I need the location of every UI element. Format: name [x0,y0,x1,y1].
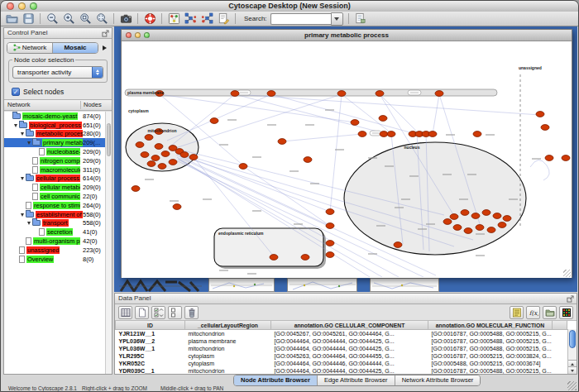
unselect-attributes-button[interactable] [168,306,182,319]
table-cell[interactable]: [GO:0016787, GO:0005488, GO:0005215, G..… [428,367,553,374]
select-nodes-checkbox[interactable]: ✓ [12,88,20,96]
background-window-fragment[interactable] [208,278,275,292]
graph-node[interactable] [503,216,511,222]
expander-icon[interactable] [19,174,26,182]
graph-node[interactable] [132,186,140,192]
tree-item-primary-metabo[interactable]: primary metabo209(... [4,138,112,147]
tree-scrollbar-thumb[interactable] [107,123,111,156]
graph-node[interactable] [562,155,570,161]
graph-node[interactable] [394,242,402,248]
tree-item-transport[interactable]: transport558(0) [4,219,112,228]
graph-node[interactable] [231,91,239,97]
graph-node[interactable] [351,120,359,126]
window-resize-grip[interactable] [563,270,571,277]
zoom-window-button[interactable] [144,32,150,38]
graph-node[interactable] [304,157,312,163]
help-button[interactable] [143,12,156,26]
table-cell[interactable]: YJR121W__1 [116,330,185,338]
graph-node[interactable] [151,155,160,161]
tree-item-response-to-stimul[interactable]: response to stimul264(0) [4,201,112,210]
graph-node[interactable] [443,219,452,225]
table-cell[interactable]: cytoplasm [185,352,271,360]
table-cell[interactable]: [GO:0045263, GO:0044464, GO:0044455, G..… [271,352,428,360]
snapshot-button[interactable] [119,12,132,26]
table-row[interactable]: YPL036W__1mitochondrion[GO:0044464, GO:0… [116,345,567,352]
tree-item-cellular-process[interactable]: cellular process614(0) [4,174,112,184]
graph-node[interactable] [337,91,346,97]
tree-item-unassigned[interactable]: unassigned223(0) [4,246,112,255]
table-cell[interactable]: [GO:0044464, GO:0044444, GO:0044425, G..… [271,337,428,345]
zoom-fit-button[interactable] [95,12,108,26]
table-cell[interactable]: mitochondrion [185,345,271,352]
expander-icon[interactable] [12,122,19,129]
scroll-down-button[interactable] [568,366,577,374]
tree-item-overview[interactable]: Overview8(0) [4,255,112,264]
save-session-button[interactable] [22,12,35,26]
table-row[interactable]: YLR295Ccytoplasm[GO:0045263, GO:0044464,… [116,352,567,360]
network-overlay-button[interactable] [200,12,213,26]
close-button[interactable] [7,2,14,10]
graph-node[interactable] [541,125,549,131]
graph-node[interactable] [158,164,166,170]
table-cell[interactable]: [GO:0016787, GO:0005488, GO:0005215, G..… [428,337,553,345]
tree-item-cellular-metabo[interactable]: cellular metabo209(0) [4,183,112,192]
column-header-annotation-go-cellular-component[interactable]: annotation.GO CELLULAR_COMPONENT [271,321,428,330]
graph-node[interactable] [461,210,469,216]
graph-node[interactable] [476,225,484,231]
table-scrollbar-thumb[interactable] [569,330,576,348]
open-session-button[interactable] [5,12,18,26]
zoom-in-button[interactable] [62,12,75,26]
graph-node[interactable] [239,164,247,170]
tree-item-metabolic-process[interactable]: metabolic process280(0) [4,130,112,139]
tree-item-multi-organism-pro[interactable]: multi-organism pro42(0) [4,237,112,246]
attribute-list-button[interactable] [510,306,524,319]
float-panel-button[interactable] [102,30,109,37]
graph-node[interactable] [155,144,163,150]
column-header-id[interactable]: ID [116,321,185,330]
table-cell[interactable]: mitochondrion [185,330,271,338]
graph-node[interactable] [169,160,177,165]
minimize-button[interactable] [18,2,26,10]
table-cell[interactable]: YDR039C__1 [116,367,185,374]
graph-node[interactable] [376,91,384,97]
graph-node[interactable] [358,131,366,137]
zoom-out-button[interactable] [45,12,59,26]
graph-node[interactable] [464,228,472,234]
table-cell[interactable]: YPL036W__2 [116,337,185,345]
column-divider[interactable] [80,101,81,109]
formula-button[interactable]: f(x) [526,306,540,319]
attribute-table-button[interactable] [118,306,132,319]
background-window-fragment[interactable] [287,278,357,292]
table-cell[interactable]: YLR295C [116,352,185,360]
graph-node[interactable] [482,210,490,216]
new-attribute-button[interactable] [135,306,149,319]
graph-node[interactable] [493,213,501,219]
network-window-titlebar[interactable]: primary metabolic process [122,30,572,41]
tab-network[interactable]: Network [7,43,53,53]
graph-node[interactable] [379,116,387,122]
graph-node[interactable] [136,142,144,148]
graph-node[interactable] [301,255,309,261]
graph-node[interactable] [387,131,395,137]
table-row[interactable]: YDR039C__1mitochondrion[GO:0044464, GO:0… [116,367,567,374]
table-scrollbar[interactable] [567,329,577,374]
tree-item-nitrogen-compo[interactable]: nitrogen compo209(0) [4,156,112,165]
expander-icon[interactable] [19,211,26,218]
dropdown-stepper[interactable] [92,67,103,78]
tab-mosaic[interactable]: Mosaic [53,43,98,53]
network-import-button[interactable] [184,12,197,26]
tree-column-nodes[interactable]: Nodes [84,100,102,110]
table-cell[interactable]: plasma membrane [185,337,271,345]
close-button[interactable] [126,32,132,38]
zoom-window-button[interactable] [30,2,37,10]
graph-node[interactable] [536,112,544,117]
zoom-selected-button[interactable] [79,12,92,26]
table-cell[interactable]: [GO:0044464, GO:0044446, GO:0044444, G..… [271,360,428,367]
graph-node[interactable] [326,209,334,215]
tree-item-nucleobase[interactable]: nucleobase-209(0) [4,147,112,156]
table-cell[interactable]: [GO:0005488, GO:0005215, GO:0003674] [428,360,553,367]
select-attributes-button[interactable] [151,306,165,319]
import-attributes-button[interactable] [543,306,557,319]
graph-node[interactable] [180,152,189,158]
table-cell[interactable]: [GO:0044464, GO:0044444, GO:0044425, G..… [271,345,428,352]
